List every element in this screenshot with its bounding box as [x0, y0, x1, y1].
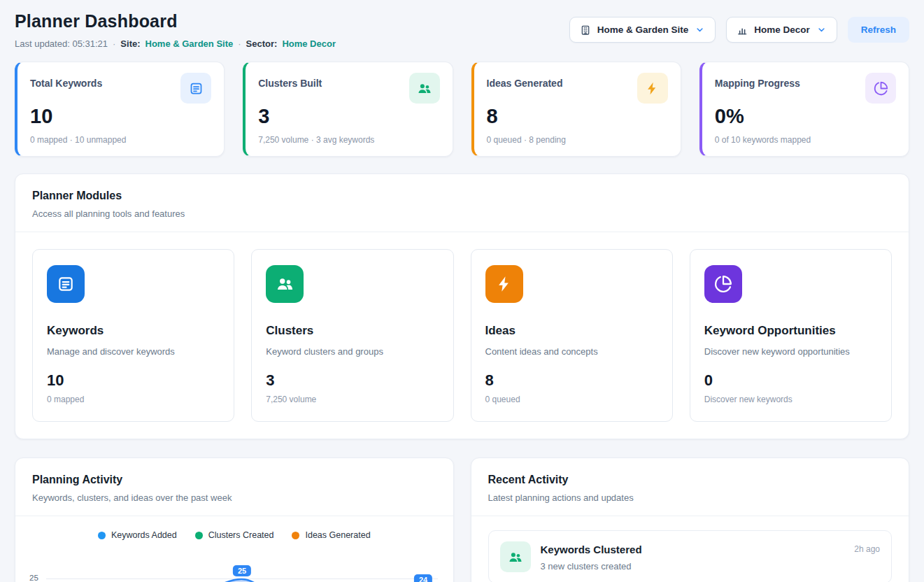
meta-line: Last updated: 05:31:21 · Site: Home & Ga…: [15, 38, 336, 49]
legend-label: Ideas Generated: [305, 530, 370, 540]
module-description: Discover new keyword opportunities: [704, 346, 877, 357]
chart-legend: Keywords Added Clusters Created Ideas Ge…: [15, 516, 453, 547]
legend-dot: [195, 532, 203, 539]
module-subtext: Discover new keywords: [704, 395, 877, 404]
lightning-icon: [637, 73, 668, 104]
module-description: Manage and discover keywords: [47, 346, 220, 357]
activity-body: Keywords Clustered 3 new clusters create…: [541, 541, 845, 572]
module-card-clusters[interactable]: Clusters Keyword clusters and groups 3 7…: [251, 249, 453, 422]
divider: [471, 516, 909, 516]
stat-subtext: 7,250 volume · 3 avg keywords: [258, 135, 439, 145]
panel-header: Planning Activity Keywords, clusters, an…: [15, 458, 453, 516]
site-label: Site:: [120, 38, 140, 49]
refresh-button[interactable]: Refresh: [848, 17, 909, 43]
sector-link[interactable]: Home Decor: [282, 38, 336, 49]
lightning-icon: [485, 265, 523, 303]
chevron-down-icon: [816, 24, 827, 35]
stat-card-mapping-progress: Mapping Progress 0% 0 of 10 keywords map…: [699, 62, 909, 157]
module-value: 0: [704, 371, 877, 390]
panel-subtitle: Access all planning tools and features: [32, 208, 892, 219]
header-actions: Home & Garden Site Home Decor Refresh: [569, 17, 909, 43]
panel-title: Planning Activity: [32, 474, 436, 486]
module-subtext: 0 queued: [485, 395, 658, 404]
bar-chart-icon: [737, 24, 748, 36]
sector-selector-dropdown[interactable]: Home Decor: [726, 17, 837, 43]
sector-selector-value: Home Decor: [754, 24, 810, 35]
legend-dot: [98, 532, 106, 539]
module-card-keyword-opportunities[interactable]: Keyword Opportunities Discover new keywo…: [690, 249, 892, 422]
legend-item-clusters-created: Clusters Created: [195, 530, 274, 540]
site-link[interactable]: Home & Garden Site: [145, 38, 234, 49]
module-value: 8: [485, 371, 658, 390]
legend-dot: [292, 532, 299, 539]
activity-item-keywords-clustered: Keywords Clustered 3 new clusters create…: [488, 530, 893, 582]
data-point-label: 25: [233, 565, 251, 576]
legend-label: Keywords Added: [111, 530, 177, 540]
panel-header: Planner Modules Access all planning tool…: [15, 174, 909, 232]
activity-chart: 25 25 24: [28, 557, 441, 582]
planner-modules-panel: Planner Modules Access all planning tool…: [15, 173, 909, 439]
legend-item-ideas-generated: Ideas Generated: [292, 530, 370, 540]
stat-subtext: 0 queued · 8 pending: [487, 135, 668, 145]
legend-label: Clusters Created: [208, 530, 274, 540]
activity-timestamp: 2h ago: [854, 541, 880, 554]
stat-subtext: 0 mapped · 10 unmapped: [30, 135, 211, 145]
panel-title: Recent Activity: [488, 474, 893, 486]
module-card-keywords[interactable]: Keywords Manage and discover keywords 10…: [32, 249, 234, 422]
stats-row: Total Keywords 10 0 mapped · 10 unmapped…: [15, 62, 909, 157]
header: Planner Dashboard Last updated: 05:31:21…: [15, 11, 909, 49]
page-title: Planner Dashboard: [15, 11, 336, 31]
stat-value: 10: [30, 105, 211, 128]
pie-chart-icon: [865, 73, 896, 104]
stat-card-ideas-generated: Ideas Generated 8 0 queued · 8 pending: [471, 62, 681, 157]
planner-dashboard: Planner Dashboard Last updated: 05:31:21…: [0, 0, 924, 582]
separator-dot: ·: [113, 38, 115, 49]
recent-activity-panel: Recent Activity Latest planning actions …: [471, 457, 910, 582]
y-axis-tick: 25: [29, 574, 38, 582]
module-subtext: 7,250 volume: [266, 395, 439, 404]
panel-header: Recent Activity Latest planning actions …: [471, 458, 909, 516]
stat-label: Ideas Generated: [487, 73, 563, 89]
module-title: Keyword Opportunities: [704, 324, 877, 338]
panel-subtitle: Keywords, clusters, and ideas over the p…: [32, 492, 436, 503]
module-title: Keywords: [47, 324, 220, 338]
site-selector-value: Home & Garden Site: [597, 24, 689, 35]
stat-label: Clusters Built: [258, 73, 322, 89]
pie-chart-icon: [704, 265, 742, 303]
last-updated-text: Last updated: 05:31:21: [15, 38, 108, 49]
header-left: Planner Dashboard Last updated: 05:31:21…: [15, 11, 336, 49]
building-icon: [580, 24, 591, 36]
module-title: Ideas: [485, 324, 658, 338]
stat-value: 0%: [715, 105, 896, 128]
users-icon: [500, 541, 531, 572]
planning-activity-panel: Planning Activity Keywords, clusters, an…: [15, 457, 454, 582]
module-value: 3: [266, 371, 439, 390]
stat-card-clusters-built: Clusters Built 3 7,250 volume · 3 avg ke…: [243, 62, 453, 157]
legend-item-keywords-added: Keywords Added: [98, 530, 177, 540]
module-value: 10: [47, 371, 220, 390]
data-point-label: 24: [414, 574, 432, 582]
users-icon: [266, 265, 304, 303]
module-card-ideas[interactable]: Ideas Content ideas and concepts 8 0 que…: [471, 249, 673, 422]
stat-label: Mapping Progress: [715, 73, 800, 89]
stat-label: Total Keywords: [30, 73, 102, 89]
module-title: Clusters: [266, 324, 439, 338]
users-icon: [409, 73, 440, 104]
separator-dot: ·: [238, 38, 241, 49]
module-description: Content ideas and concepts: [485, 346, 658, 357]
panel-subtitle: Latest planning actions and updates: [488, 492, 893, 503]
document-lines-icon: [180, 73, 211, 104]
module-subtext: 0 mapped: [47, 395, 220, 404]
stat-card-total-keywords: Total Keywords 10 0 mapped · 10 unmapped: [15, 62, 225, 157]
panel-title: Planner Modules: [32, 190, 892, 202]
stat-subtext: 0 of 10 keywords mapped: [715, 135, 896, 145]
stat-value: 3: [258, 105, 439, 128]
module-description: Keyword clusters and groups: [266, 346, 439, 357]
bottom-row: Planning Activity Keywords, clusters, an…: [15, 457, 909, 582]
site-selector-dropdown[interactable]: Home & Garden Site: [569, 17, 716, 43]
document-lines-icon: [47, 265, 85, 303]
chevron-down-icon: [695, 24, 705, 35]
modules-grid: Keywords Manage and discover keywords 10…: [15, 232, 909, 439]
sector-label: Sector:: [246, 38, 278, 49]
activity-description: 3 new clusters created: [541, 561, 845, 572]
